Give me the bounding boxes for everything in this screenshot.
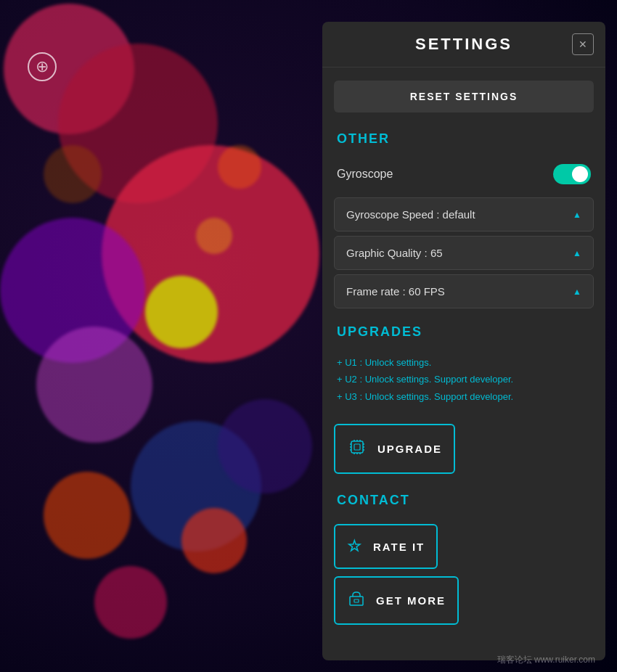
graphic-quality-arrow-icon: ▲ (573, 248, 581, 258)
gyroscope-row: Gyroscope (322, 155, 605, 193)
frame-rate-dropdown[interactable]: Frame rate : 60 FPS ▲ (334, 274, 594, 308)
upgrade-button-label: UPGRADE (377, 443, 442, 455)
gyroscope-speed-arrow-icon: ▲ (573, 210, 581, 220)
section-contact-label: CONTACT (322, 487, 605, 517)
star-icon: ☆ (347, 537, 363, 556)
upgrade-button[interactable]: UPGRADE (334, 424, 455, 474)
svg-rect-0 (351, 441, 363, 453)
upgrades-list: + U1 : Unlock settings.+ U2 : Unlock set… (322, 348, 605, 417)
gyroscope-speed-label: Gyroscope Speed : default (346, 208, 475, 221)
crosshair-symbol: ⊕ (36, 57, 49, 76)
store-icon (347, 589, 366, 612)
reset-settings-button[interactable]: RESET SETTINGS (334, 81, 594, 112)
graphic-quality-dropdown[interactable]: Graphic Quality : 65 ▲ (334, 236, 594, 270)
get-more-button[interactable]: GET MORE (334, 576, 459, 625)
panel-header: SETTINGS ✕ (322, 22, 605, 67)
upgrade-list-item: + U3 : Unlock settings. Support develope… (337, 388, 591, 405)
rate-it-label: RATE IT (373, 541, 425, 553)
frame-rate-arrow-icon: ▲ (573, 287, 581, 297)
svg-rect-15 (354, 599, 359, 602)
settings-panel: SETTINGS ✕ RESET SETTINGS OTHER Gyroscop… (322, 22, 605, 660)
gyroscope-toggle[interactable] (553, 164, 591, 184)
graphic-quality-label: Graphic Quality : 65 (346, 247, 443, 259)
svg-rect-14 (350, 597, 363, 605)
gyroscope-speed-dropdown[interactable]: Gyroscope Speed : default ▲ (334, 197, 594, 231)
crosshair-icon[interactable]: ⊕ (28, 52, 57, 81)
section-upgrades-label: UPGRADES (322, 319, 605, 348)
close-button[interactable]: ✕ (572, 33, 594, 55)
panel-title: SETTINGS (415, 35, 512, 54)
frame-rate-label: Frame rate : 60 FPS (346, 285, 445, 298)
watermark: 瑞客论坛 www.ruiker.com (497, 654, 595, 666)
upgrade-list-item: + U2 : Unlock settings. Support develope… (337, 371, 591, 388)
upgrade-chip-icon (347, 437, 367, 461)
get-more-label: GET MORE (376, 594, 446, 607)
rate-it-button[interactable]: ☆ RATE IT (334, 524, 438, 569)
section-other-label: OTHER (322, 126, 605, 155)
gyroscope-label: Gyroscope (337, 168, 393, 181)
upgrade-list-item: + U1 : Unlock settings. (337, 354, 591, 371)
svg-rect-1 (354, 444, 360, 450)
